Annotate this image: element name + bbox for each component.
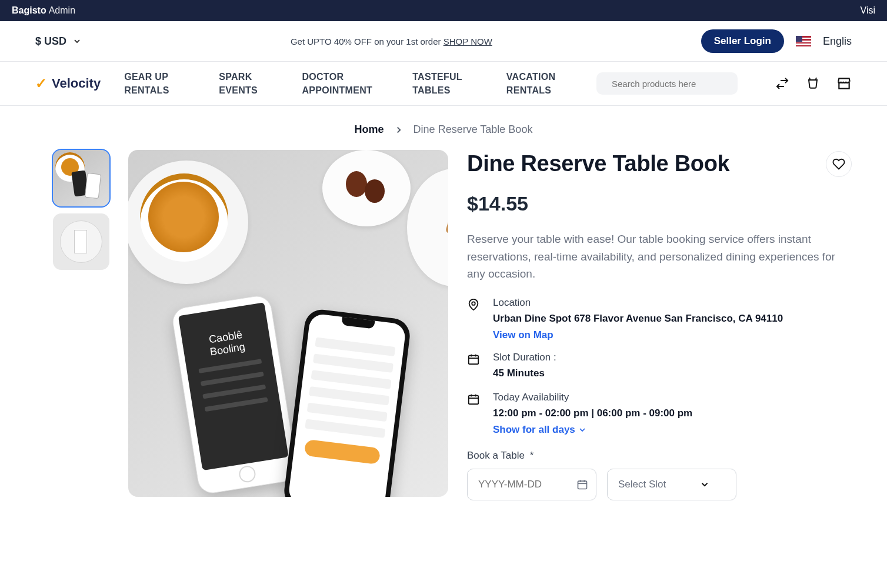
compare-button[interactable] — [775, 76, 789, 91]
location-info: Location Urban Dine Spot 678 Flavor Aven… — [467, 297, 852, 342]
svg-rect-9 — [469, 395, 479, 404]
search-box[interactable] — [596, 72, 738, 95]
product-main-image[interactable]: Caoblê Booling — [128, 150, 448, 497]
admin-bar: BagistoAdmin Visi — [0, 0, 887, 21]
location-value: Urban Dine Spot 678 Flavor Avenue San Fr… — [493, 311, 783, 326]
breadcrumb-home[interactable]: Home — [355, 123, 384, 136]
logo[interactable]: ✓ Velocity — [35, 76, 101, 91]
store-button[interactable] — [836, 76, 852, 91]
compare-icon — [775, 76, 789, 91]
availability-info: Today Availability 12:00 pm - 02:00 pm |… — [467, 392, 852, 436]
thumbnail-1[interactable] — [53, 150, 109, 206]
heart-icon — [832, 158, 845, 171]
availability-value: 12:00 pm - 02:00 pm | 06:00 pm - 09:00 p… — [493, 406, 692, 421]
product-price: $14.55 — [467, 192, 852, 215]
slot-select-label: Select Slot — [618, 479, 666, 490]
slot-label: Slot Duration : — [493, 352, 556, 363]
product-section: Caoblê Booling Dine Reserve Table Book $… — [0, 150, 887, 524]
book-section: Book a Table * Select Slot — [467, 450, 852, 500]
availability-label: Today Availability — [493, 392, 692, 403]
main-nav: ✓ Velocity GEAR UP RENTALS SPARK EVENTS … — [0, 62, 887, 106]
product-details: Dine Reserve Table Book $14.55 Reserve y… — [467, 150, 852, 500]
store-icon — [836, 76, 852, 91]
location-label: Location — [493, 297, 783, 309]
phone-overlay-text: Caoblê Booling — [190, 326, 264, 361]
slot-value: 45 Minutes — [493, 366, 556, 381]
chevron-down-icon — [578, 425, 587, 435]
flag-us-icon — [796, 36, 811, 46]
promo-link[interactable]: SHOP NOW — [443, 36, 492, 46]
cart-icon — [806, 76, 820, 91]
promo-text: Get UPTO 40% OFF on your 1st order SHOP … — [291, 36, 492, 46]
chevron-right-icon — [394, 125, 404, 135]
admin-role: Admin — [49, 5, 75, 15]
svg-rect-5 — [469, 356, 479, 365]
cart-button[interactable] — [806, 76, 820, 91]
product-description: Reserve your table with ease! Our table … — [467, 230, 852, 282]
show-all-days-link[interactable]: Show for all days — [493, 424, 587, 436]
breadcrumb: Home Dine Reserve Table Book — [0, 106, 887, 150]
currency-selector[interactable]: $ USD — [35, 35, 82, 48]
nav-tasteful-tables[interactable]: TASTEFUL TABLES — [412, 70, 475, 97]
slot-info: Slot Duration : 45 Minutes — [467, 352, 852, 381]
search-input[interactable] — [612, 79, 723, 89]
breadcrumb-current: Dine Reserve Table Book — [414, 123, 533, 136]
admin-brand: Bagisto — [12, 5, 46, 15]
logo-mark-icon: ✓ — [35, 76, 47, 91]
nav-doctor-appointment[interactable]: DOCTOR APPOINTMENT — [302, 70, 381, 97]
top-bar: $ USD Get UPTO 40% OFF on your 1st order… — [0, 21, 887, 62]
calendar-icon — [467, 393, 480, 406]
chevron-down-icon — [699, 479, 710, 490]
nav-gear-up[interactable]: GEAR UP RENTALS — [124, 70, 187, 97]
thumbnail-2[interactable] — [53, 213, 109, 270]
language-label[interactable]: Englis — [823, 35, 852, 48]
svg-rect-13 — [578, 481, 587, 489]
seller-login-button[interactable]: Seller Login — [701, 29, 784, 53]
calendar-icon — [467, 353, 480, 366]
book-label: Book a Table * — [467, 450, 852, 462]
logo-text: Velocity — [52, 76, 101, 91]
view-on-map-link[interactable]: View on Map — [493, 329, 553, 341]
chevron-down-icon — [72, 36, 82, 46]
nav-spark-events[interactable]: SPARK EVENTS — [219, 70, 270, 97]
slot-select[interactable]: Select Slot — [607, 469, 736, 500]
product-title: Dine Reserve Table Book — [467, 151, 729, 176]
wishlist-button[interactable] — [826, 151, 852, 177]
admin-right-link[interactable]: Visi — [861, 5, 876, 16]
nav-vacation-rentals[interactable]: VACATION RENTALS — [506, 70, 573, 97]
currency-label: $ USD — [35, 35, 66, 48]
thumbnail-list — [53, 150, 109, 500]
calendar-icon — [576, 479, 588, 490]
location-icon — [467, 298, 480, 311]
svg-point-4 — [472, 302, 475, 305]
